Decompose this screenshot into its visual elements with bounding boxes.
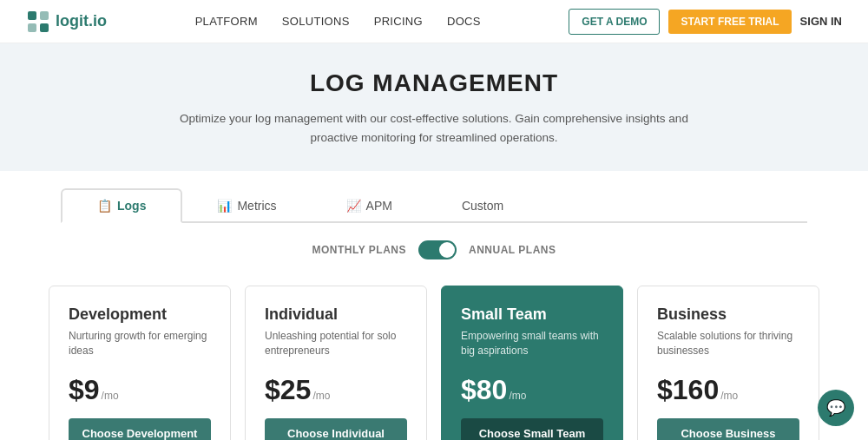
tab-logs[interactable]: 📋 Logs bbox=[61, 188, 182, 223]
apm-icon: 📈 bbox=[346, 199, 361, 213]
plan-card-individual: Individual Unleashing potential for solo… bbox=[245, 286, 427, 440]
price-amount: $9 bbox=[69, 374, 100, 406]
plan-name: Individual bbox=[265, 305, 407, 324]
choose-small-team-button[interactable]: Choose Small Team bbox=[461, 418, 603, 440]
price-amount: $160 bbox=[657, 374, 719, 406]
svg-rect-2 bbox=[28, 23, 36, 32]
nav-docs[interactable]: DOCS bbox=[447, 15, 481, 28]
plan-card-development: Development Nurturing growth for emergin… bbox=[49, 286, 231, 440]
plan-description: Empowering small teams with big aspirati… bbox=[461, 329, 603, 362]
header-actions: GET A DEMO START FREE TRIAL SIGN IN bbox=[569, 9, 842, 35]
plan-tabs: 📋 Logs 📊 Metrics 📈 APM Custom bbox=[61, 188, 807, 223]
price-unit: /mo bbox=[720, 390, 738, 402]
plan-description: Scalable solutions for thriving business… bbox=[657, 329, 799, 362]
toggle-knob bbox=[439, 242, 455, 258]
choose-business-button[interactable]: Choose Business bbox=[657, 418, 799, 440]
chat-bubble-button[interactable]: 💬 bbox=[818, 390, 854, 426]
monthly-label: MONTHLY PLANS bbox=[312, 244, 407, 256]
plan-name: Small Team bbox=[461, 305, 603, 324]
choose-development-button[interactable]: Choose Development bbox=[69, 418, 211, 440]
tabs-section: 📋 Logs 📊 Metrics 📈 APM Custom bbox=[0, 171, 868, 223]
tab-metrics[interactable]: 📊 Metrics bbox=[182, 190, 311, 221]
logo-text: logit.io bbox=[56, 12, 107, 30]
tab-apm[interactable]: 📈 APM bbox=[312, 190, 427, 221]
hero-section: LOG MANAGEMENT Optimize your log managem… bbox=[0, 43, 868, 171]
price-unit: /mo bbox=[102, 390, 119, 402]
svg-rect-3 bbox=[40, 23, 49, 32]
price-amount: $25 bbox=[265, 374, 311, 406]
plan-card-small-team: Small Team Empowering small teams with b… bbox=[441, 286, 623, 440]
get-demo-button[interactable]: GET A DEMO bbox=[569, 9, 660, 35]
billing-toggle-section: MONTHLY PLANS ANNUAL PLANS bbox=[0, 223, 868, 268]
logo[interactable]: logit.io bbox=[26, 10, 107, 34]
plan-price-row: $25 /mo bbox=[265, 374, 407, 406]
price-unit: /mo bbox=[509, 390, 526, 402]
main-nav: PLATFORM SOLUTIONS PRICING DOCS bbox=[195, 15, 481, 28]
price-amount: $80 bbox=[461, 374, 507, 406]
pricing-cards: Development Nurturing growth for emergin… bbox=[0, 268, 868, 440]
nav-solutions[interactable]: SOLUTIONS bbox=[282, 15, 350, 28]
plan-price-row: $9 /mo bbox=[69, 374, 211, 406]
logo-icon bbox=[26, 10, 50, 34]
toggle-row: MONTHLY PLANS ANNUAL PLANS bbox=[0, 240, 868, 259]
billing-toggle[interactable] bbox=[418, 240, 457, 259]
tab-custom[interactable]: Custom bbox=[427, 190, 538, 221]
plan-card-business: Business Scalable solutions for thriving… bbox=[637, 286, 819, 440]
nav-pricing[interactable]: PRICING bbox=[374, 15, 423, 28]
logs-icon: 📋 bbox=[97, 199, 112, 213]
choose-individual-button[interactable]: Choose Individual bbox=[265, 418, 407, 440]
header: logit.io PLATFORM SOLUTIONS PRICING DOCS… bbox=[0, 0, 868, 43]
plan-description: Unleashing potential for solo entreprene… bbox=[265, 329, 407, 362]
start-trial-button[interactable]: START FREE TRIAL bbox=[668, 10, 791, 34]
plan-price-row: $160 /mo bbox=[657, 374, 799, 406]
price-unit: /mo bbox=[312, 390, 330, 402]
annual-label: ANNUAL PLANS bbox=[469, 244, 556, 256]
nav-platform[interactable]: PLATFORM bbox=[195, 15, 258, 28]
chat-icon: 💬 bbox=[826, 398, 845, 417]
sign-in-button[interactable]: SIGN IN bbox=[800, 15, 842, 28]
plan-name: Development bbox=[69, 305, 211, 324]
hero-description: Optimize your log management with our co… bbox=[174, 109, 694, 147]
plan-name: Business bbox=[657, 305, 799, 324]
svg-rect-0 bbox=[28, 11, 36, 20]
plan-description: Nurturing growth for emerging ideas bbox=[69, 329, 211, 362]
plan-price-row: $80 /mo bbox=[461, 374, 603, 406]
page-title: LOG MANAGEMENT bbox=[17, 69, 851, 97]
metrics-icon: 📊 bbox=[217, 199, 232, 213]
svg-rect-1 bbox=[40, 11, 49, 20]
